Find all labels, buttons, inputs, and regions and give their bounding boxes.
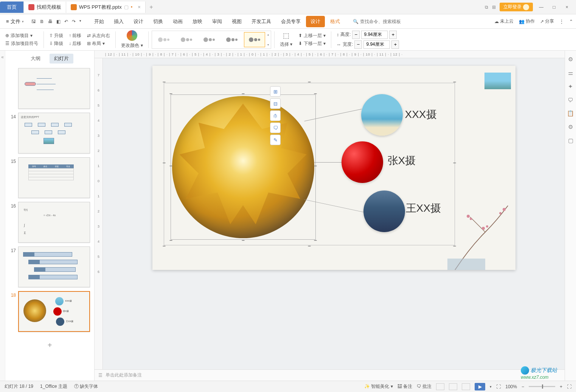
select-icon[interactable]: ⬚ <box>283 31 289 40</box>
undo-icon[interactable]: ↶ <box>64 19 68 24</box>
tab-window-icon[interactable]: ▢ <box>124 4 129 10</box>
move-up-button[interactable]: ⬆ 上移一层 ▾ <box>298 33 326 39</box>
sorter-view-button[interactable] <box>449 383 457 390</box>
sr-present-icon[interactable]: ▢ <box>568 137 573 144</box>
more-icon[interactable]: ⋮ <box>559 18 564 25</box>
search-box[interactable]: 🔍 <box>353 19 405 24</box>
sr-clipboard-icon[interactable]: 📋 <box>567 110 574 117</box>
add-slide-button[interactable]: + <box>8 336 91 355</box>
close-icon[interactable]: × <box>138 4 141 10</box>
handle[interactable] <box>242 240 245 241</box>
small-image-3[interactable] <box>363 191 405 232</box>
fullscreen-button[interactable]: ⛶ <box>567 384 571 389</box>
menu-design2[interactable]: 设计 <box>306 16 325 27</box>
notes-toggle[interactable]: ☳ 备注 <box>397 383 412 390</box>
handle[interactable] <box>163 82 166 82</box>
print-preview-icon[interactable]: ◧ <box>56 19 61 24</box>
menu-animation[interactable]: 动画 <box>168 16 187 27</box>
sa-gallery-more[interactable]: ▴▾ <box>267 32 270 47</box>
label-1[interactable]: XXX摄 <box>405 107 437 122</box>
thumbnail-14[interactable]: 这是另外的PPT <box>18 113 90 153</box>
play-dropdown[interactable]: ▾ <box>490 385 492 389</box>
notes-placeholder[interactable]: 单击此处添加备注 <box>106 372 142 378</box>
select-button[interactable]: 选择 ▾ <box>280 41 292 48</box>
selection-inner[interactable] <box>171 95 316 240</box>
new-tab-button[interactable]: + <box>146 4 157 11</box>
save-icon[interactable]: 🖫 <box>31 19 36 24</box>
slideshow-button[interactable]: ▶ <box>475 383 485 390</box>
change-color-button[interactable]: 更改颜色 ▾ <box>121 42 143 49</box>
ft-align-icon[interactable]: ⫛ <box>270 110 281 121</box>
menu-devtools[interactable]: 开发工具 <box>247 16 276 27</box>
share-button[interactable]: ↗分享 <box>540 18 554 25</box>
zoom-out-button[interactable]: − <box>522 384 524 389</box>
move-after-button[interactable]: ↓ 后移 <box>69 40 81 47</box>
menu-design[interactable]: 设计 <box>129 16 148 27</box>
minimize-button[interactable]: — <box>537 5 546 10</box>
reading-view-button[interactable] <box>462 383 470 390</box>
menu-view[interactable]: 视图 <box>227 16 246 27</box>
handle[interactable] <box>169 93 172 94</box>
handle[interactable] <box>163 246 166 246</box>
handle[interactable] <box>308 82 311 82</box>
handle[interactable] <box>314 166 317 166</box>
file-menu[interactable]: ≡ 文件 ▾ <box>3 17 27 26</box>
notes-bar[interactable]: ☰ 单击此处添加备注 <box>95 369 565 381</box>
thumbnail-13[interactable] <box>18 68 90 109</box>
grid-icon[interactable]: ⊞ <box>492 5 496 10</box>
menu-slideshow[interactable]: 放映 <box>188 16 207 27</box>
height-decrease[interactable]: − <box>352 31 360 39</box>
small-image-2[interactable] <box>342 141 383 183</box>
width-increase[interactable]: + <box>391 40 399 49</box>
ft-edit-icon[interactable]: ✎ <box>270 135 281 145</box>
ft-note-icon[interactable]: 🗨 <box>270 122 281 133</box>
zoom-slider[interactable] <box>529 386 555 387</box>
handle[interactable] <box>314 240 317 241</box>
collapse-ribbon-icon[interactable]: ⌃ <box>569 18 573 25</box>
zoom-in-button[interactable]: + <box>560 384 562 389</box>
handle[interactable] <box>453 246 456 246</box>
handle[interactable] <box>169 166 172 166</box>
handle[interactable] <box>242 93 245 94</box>
sa-style-5[interactable] <box>244 32 265 47</box>
zoom-label[interactable]: 100% <box>505 384 517 389</box>
menu-format[interactable]: 格式 <box>326 16 345 27</box>
thumbnail-17[interactable] <box>18 246 90 287</box>
thumbnail-list[interactable]: 14 这是另外的PPT 15 <box>5 67 94 381</box>
handle[interactable] <box>453 82 456 82</box>
login-button[interactable]: 立即登录 <box>500 3 533 11</box>
menu-member[interactable]: 会员专享 <box>276 16 305 27</box>
thumbnail-15[interactable]: 序号姓名学院专业 <box>18 157 90 198</box>
menu-start[interactable]: 开始 <box>90 16 109 27</box>
thumbnail-18[interactable]: XXX摄 张X摄 王XX摄 <box>18 291 90 332</box>
layout-button[interactable]: ⊞ 布局 ▾ <box>87 40 105 47</box>
sr-chat-icon[interactable]: 🗩 <box>568 97 573 103</box>
maximize-button[interactable]: □ <box>550 5 559 10</box>
sr-sliders-icon[interactable]: ⚌ <box>568 70 573 76</box>
small-image-1[interactable] <box>361 94 403 136</box>
home-tab[interactable]: 首页 <box>0 2 24 13</box>
ft-layout-icon[interactable]: ⊟ <box>270 98 281 109</box>
sa-style-2[interactable] <box>176 32 197 47</box>
handle[interactable] <box>453 163 456 163</box>
label-2[interactable]: 张X摄 <box>388 153 416 168</box>
handle[interactable] <box>169 240 172 241</box>
add-item-button[interactable]: ⊕ 添加项目 ▾ <box>5 33 38 39</box>
menu-review[interactable]: 审阅 <box>208 16 227 27</box>
sa-style-3[interactable] <box>199 32 220 47</box>
slides-tab[interactable]: 幻灯片 <box>50 54 73 64</box>
sr-gear-icon[interactable]: ⚙ <box>568 124 573 130</box>
sa-style-1[interactable] <box>153 32 174 47</box>
smart-beautify-button[interactable]: ✨ 智能美化 ▾ <box>364 383 393 390</box>
missing-font-button[interactable]: Ⓣ 缺失字体 <box>74 383 98 390</box>
height-increase[interactable]: + <box>389 31 397 39</box>
slide[interactable]: ✥ XXX摄 张X摄 王XX摄 <box>152 66 515 270</box>
comments-toggle[interactable]: 🗨 批注 <box>417 383 432 390</box>
add-bullet-button[interactable]: ☰ 添加项目符号 <box>5 40 38 47</box>
handle[interactable] <box>163 163 166 163</box>
width-input[interactable] <box>363 40 390 49</box>
handle[interactable] <box>308 246 311 246</box>
color-wheel-icon[interactable] <box>127 30 137 41</box>
sr-settings-icon[interactable]: ⚙ <box>568 56 573 63</box>
search-input[interactable] <box>360 19 405 24</box>
